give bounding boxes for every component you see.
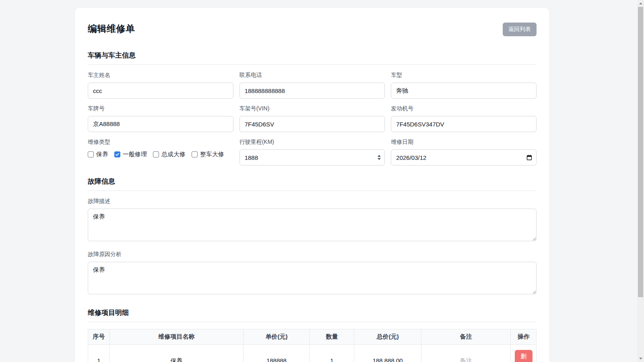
owner-name-field: 车主姓名 bbox=[88, 72, 233, 99]
repair-date-label: 维修日期 bbox=[391, 139, 537, 146]
phone-field: 联系电话 bbox=[239, 72, 385, 99]
plate-no-field: 车牌号 bbox=[88, 105, 233, 132]
mileage-input-wrap bbox=[239, 149, 385, 165]
table-header-row: 序号 维修项目名称 单价(元) 数量 总价(元) 备注 操作 bbox=[88, 329, 537, 345]
cell-item-name bbox=[110, 345, 244, 362]
checkbox-item-general-repair[interactable]: 一般修理 bbox=[114, 151, 147, 158]
repair-order-form-card: 编辑维修单 返回列表 车辆与车主信息 车主姓名 联系电话 车型 车牌号 车架号(… bbox=[75, 8, 549, 362]
table-row: 1 188,888.00 删除 bbox=[88, 345, 537, 362]
number-spinner[interactable] bbox=[378, 155, 381, 160]
scroll-up-icon[interactable] bbox=[637, 0, 644, 7]
engine-no-input[interactable] bbox=[391, 116, 537, 132]
fault-analysis-textarea[interactable]: 保养 bbox=[88, 262, 537, 294]
mileage-input[interactable] bbox=[239, 149, 385, 165]
spinner-down-icon[interactable] bbox=[378, 158, 381, 160]
checkbox-general-repair[interactable] bbox=[114, 151, 120, 157]
unit-price-input[interactable] bbox=[245, 357, 308, 362]
fault-desc-label: 故障描述 bbox=[88, 198, 537, 205]
col-header-unit-price: 单价(元) bbox=[244, 329, 310, 345]
cell-remark bbox=[421, 345, 511, 362]
qty-input[interactable] bbox=[311, 357, 353, 362]
fault-desc-field: 故障描述 保养 bbox=[88, 198, 537, 243]
owner-name-input[interactable] bbox=[88, 83, 233, 99]
col-header-action: 操作 bbox=[511, 329, 537, 345]
col-header-total: 总价(元) bbox=[354, 329, 421, 345]
section-title-vehicle-owner: 车辆与车主信息 bbox=[88, 51, 537, 65]
fault-analysis-field: 故障原因分析 保养 bbox=[88, 251, 537, 296]
mileage-field: 行驶里程(KM) bbox=[239, 139, 385, 165]
checkbox-item-assembly-overhaul[interactable]: 总成大修 bbox=[153, 151, 186, 158]
cell-row-no: 1 bbox=[88, 345, 110, 362]
vertical-scrollbar[interactable] bbox=[637, 0, 644, 362]
repair-date-input[interactable] bbox=[391, 149, 537, 165]
col-header-qty: 数量 bbox=[310, 329, 354, 345]
checkbox-full-vehicle-overhaul[interactable] bbox=[192, 151, 198, 157]
engine-no-label: 发动机号 bbox=[391, 105, 537, 112]
car-model-input[interactable] bbox=[391, 83, 537, 99]
col-header-name: 维修项目名称 bbox=[110, 329, 244, 345]
vin-label: 车架号(VIN) bbox=[239, 105, 385, 112]
cell-action: 删除 bbox=[511, 345, 537, 362]
scrollbar-thumb[interactable] bbox=[638, 7, 643, 297]
remark-input[interactable] bbox=[424, 357, 508, 362]
checkbox-label: 一般修理 bbox=[123, 151, 147, 158]
checkbox-item-maintenance[interactable]: 保养 bbox=[88, 151, 108, 158]
repair-type-label: 维修类型 bbox=[88, 139, 233, 146]
engine-no-field: 发动机号 bbox=[391, 105, 537, 132]
cell-qty bbox=[310, 345, 354, 362]
repair-type-field: 维修类型 保养 一般修理 总成大修 整车大修 bbox=[88, 139, 233, 165]
plate-no-input[interactable] bbox=[88, 116, 233, 132]
col-header-no: 序号 bbox=[88, 329, 110, 345]
fault-desc-textarea[interactable]: 保养 bbox=[88, 209, 537, 241]
repair-date-input-wrap bbox=[391, 149, 537, 165]
page-title: 编辑维修单 bbox=[88, 23, 135, 35]
section-title-fault: 故障信息 bbox=[88, 177, 537, 191]
delete-row-button[interactable]: 删除 bbox=[515, 350, 533, 362]
mileage-label: 行驶里程(KM) bbox=[239, 139, 385, 146]
vin-input[interactable] bbox=[239, 116, 385, 132]
repair-date-field: 维修日期 bbox=[391, 139, 537, 165]
checkbox-maintenance[interactable] bbox=[88, 151, 94, 157]
spinner-up-icon[interactable] bbox=[378, 155, 381, 157]
vehicle-owner-grid: 车主姓名 联系电话 车型 车牌号 车架号(VIN) 发动机号 维修类型 bbox=[88, 72, 537, 165]
checkbox-item-full-vehicle-overhaul[interactable]: 整车大修 bbox=[192, 151, 224, 158]
phone-label: 联系电话 bbox=[239, 72, 385, 79]
calendar-icon[interactable] bbox=[526, 154, 533, 161]
section-title-items: 维修项目明细 bbox=[88, 308, 537, 322]
card-header: 编辑维修单 返回列表 bbox=[88, 23, 537, 36]
cell-unit-price bbox=[244, 345, 310, 362]
car-model-field: 车型 bbox=[391, 72, 537, 99]
cell-total: 188,888.00 bbox=[354, 345, 421, 362]
plate-no-label: 车牌号 bbox=[88, 105, 233, 112]
owner-name-label: 车主姓名 bbox=[88, 72, 233, 79]
fault-analysis-label: 故障原因分析 bbox=[88, 251, 537, 258]
col-header-remark: 备注 bbox=[421, 329, 511, 345]
checkbox-assembly-overhaul[interactable] bbox=[153, 151, 159, 157]
checkbox-label: 总成大修 bbox=[161, 151, 186, 158]
vin-field: 车架号(VIN) bbox=[239, 105, 385, 132]
scroll-down-icon[interactable] bbox=[637, 355, 644, 362]
checkbox-label: 保养 bbox=[96, 151, 108, 158]
checkbox-label: 整车大修 bbox=[200, 151, 224, 158]
repair-items-table: 序号 维修项目名称 单价(元) 数量 总价(元) 备注 操作 1 bbox=[88, 329, 537, 362]
back-to-list-button[interactable]: 返回列表 bbox=[503, 23, 537, 36]
check-icon bbox=[115, 152, 120, 157]
item-name-input[interactable] bbox=[113, 358, 239, 362]
phone-input[interactable] bbox=[239, 83, 385, 99]
repair-type-checkbox-group: 保养 一般修理 总成大修 整车大修 bbox=[88, 151, 233, 158]
car-model-label: 车型 bbox=[391, 72, 537, 79]
